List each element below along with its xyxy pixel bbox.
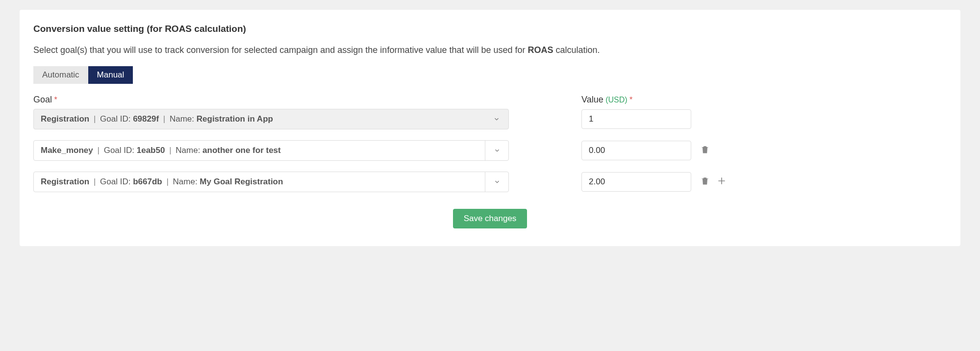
- trash-icon[interactable]: [700, 145, 710, 156]
- goal-row: Make_money | Goal ID: 1eab50 | Name: ano…: [33, 140, 947, 161]
- row-actions: [691, 176, 730, 188]
- goal-text: Registration | Goal ID: 69829f | Name: R…: [41, 114, 273, 124]
- value-input[interactable]: [581, 172, 691, 192]
- description-post: calculation.: [553, 45, 600, 55]
- value-input[interactable]: [581, 141, 691, 160]
- section-title: Conversion value setting (for ROAS calcu…: [33, 24, 947, 34]
- usd-label: (USD): [605, 96, 627, 104]
- settings-card: Conversion value setting (for ROAS calcu…: [20, 10, 960, 246]
- goal-select[interactable]: Make_money | Goal ID: 1eab50 | Name: ano…: [33, 140, 509, 161]
- goal-dropdown[interactable]: Make_money | Goal ID: 1eab50 | Name: ano…: [33, 140, 509, 161]
- goal-dropdown[interactable]: Registration | Goal ID: 69829f | Name: R…: [33, 109, 509, 129]
- required-asterisk: *: [54, 96, 57, 104]
- section-description: Select goal(s) that you will use to trac…: [33, 45, 947, 55]
- save-button[interactable]: Save changes: [453, 209, 528, 228]
- value-label: Value: [581, 95, 603, 104]
- tab-automatic[interactable]: Automatic: [33, 66, 88, 84]
- goal-label: Goal: [33, 95, 52, 104]
- chevron-down-icon[interactable]: [485, 109, 508, 129]
- goal-select[interactable]: Registration | Goal ID: b667db | Name: M…: [33, 172, 509, 192]
- plus-icon[interactable]: [717, 176, 727, 188]
- tab-manual[interactable]: Manual: [88, 66, 133, 84]
- description-bold: ROAS: [528, 45, 553, 55]
- goal-row: Registration | Goal ID: 69829f | Name: R…: [33, 109, 947, 129]
- value-input[interactable]: [581, 109, 691, 129]
- goal-dropdown[interactable]: Registration | Goal ID: b667db | Name: M…: [33, 172, 509, 192]
- goal-text: Make_money | Goal ID: 1eab50 | Name: ano…: [41, 146, 281, 155]
- required-asterisk: *: [629, 96, 632, 104]
- goal-rows: Registration | Goal ID: 69829f | Name: R…: [33, 109, 947, 192]
- trash-icon[interactable]: [700, 176, 710, 188]
- description-pre: Select goal(s) that you will use to trac…: [33, 45, 528, 55]
- goal-select[interactable]: Registration | Goal ID: 69829f | Name: R…: [33, 109, 509, 129]
- chevron-down-icon[interactable]: [485, 141, 508, 160]
- save-wrap: Save changes: [33, 209, 947, 228]
- goal-row: Registration | Goal ID: b667db | Name: M…: [33, 172, 947, 192]
- columns-header: Goal * Value (USD) *: [33, 95, 947, 105]
- row-actions: [691, 145, 730, 156]
- goal-text: Registration | Goal ID: b667db | Name: M…: [41, 177, 283, 187]
- chevron-down-icon[interactable]: [485, 172, 508, 192]
- mode-tabs: Automatic Manual: [33, 66, 947, 84]
